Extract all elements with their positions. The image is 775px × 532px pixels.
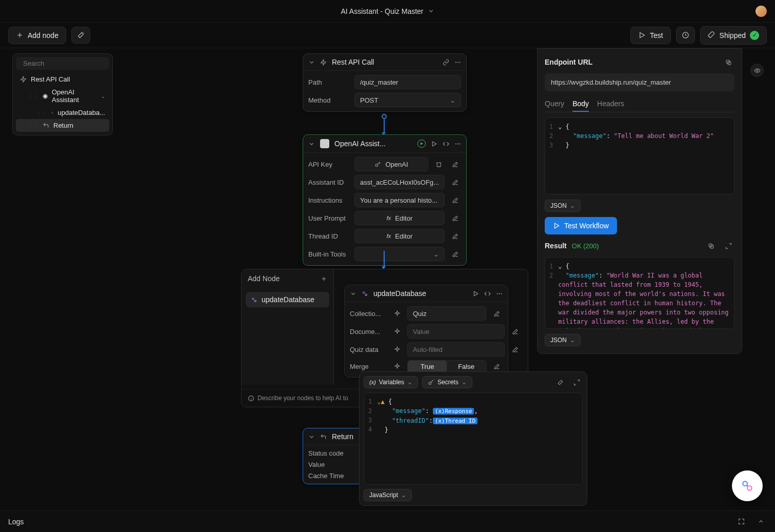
project-title-dropdown[interactable]: AI Assistant - Quiz Master — [341, 7, 434, 15]
edit-icon[interactable] — [449, 230, 461, 242]
return-icon — [43, 122, 49, 129]
history-button[interactable] — [676, 27, 695, 44]
more-icon[interactable] — [496, 290, 503, 297]
buildship-icon — [362, 290, 368, 297]
body-format-select[interactable]: JSON ⌄ — [545, 200, 581, 212]
node-rest-api[interactable]: Rest API Call Path /quiz_master Method P… — [303, 53, 467, 112]
quizdata-input[interactable] — [407, 342, 505, 357]
tree-search[interactable] — [16, 57, 109, 70]
magic-wand-button[interactable] — [71, 27, 90, 44]
more-icon[interactable] — [454, 141, 461, 147]
edit-icon[interactable] — [490, 307, 503, 320]
edit-icon[interactable] — [449, 194, 461, 206]
thread-id-editor[interactable]: fx Editor — [354, 229, 445, 243]
node-update-database[interactable]: updateDatabase Collectio... Quiz Docume.… — [344, 285, 508, 378]
copy-icon[interactable] — [722, 56, 734, 68]
rocket-icon — [708, 31, 716, 39]
tree-item-updatedb[interactable]: ⋮⋮ updateDataba... — [16, 106, 109, 119]
edit-icon[interactable] — [449, 248, 461, 260]
field-label: Built-in Tools — [308, 250, 350, 258]
grip-icon: ⋮⋮ — [36, 110, 47, 115]
edit-icon[interactable] — [490, 361, 503, 373]
edit-icon[interactable] — [509, 343, 521, 356]
svg-point-44 — [756, 69, 758, 71]
logs-label[interactable]: Logs — [8, 518, 24, 526]
merge-true[interactable]: True — [408, 361, 447, 372]
sparkle-icon[interactable] — [391, 343, 403, 356]
more-icon[interactable] — [454, 59, 461, 66]
svg-point-19 — [458, 143, 458, 144]
field-label: Value — [308, 461, 325, 468]
sparkle-icon[interactable] — [391, 307, 403, 320]
instructions-input[interactable]: You are a personal histo... — [354, 193, 445, 207]
edit-icon[interactable] — [509, 325, 521, 338]
node-openai-assistant[interactable]: OpenAI Assist... API Key OpenAI Assistan… — [303, 134, 467, 266]
code-icon[interactable] — [443, 141, 449, 147]
field-label: Assistant ID — [308, 179, 350, 186]
play-outline-icon[interactable] — [431, 141, 438, 147]
endpoint-url[interactable]: https://wvgzkd.buildship.run/quiz_master — [545, 73, 734, 91]
delete-icon[interactable] — [432, 158, 445, 170]
node-tree-panel: Rest API Call ⋮⋮ ◉ OpenAI Assistant ⌄ ⋮⋮… — [12, 53, 113, 135]
merge-false[interactable]: False — [447, 361, 486, 372]
wand-icon[interactable] — [554, 376, 566, 388]
search-input[interactable] — [23, 60, 109, 67]
tree-item-return[interactable]: ⋮⋮ Return — [16, 119, 109, 132]
copy-icon[interactable] — [705, 240, 717, 252]
expand-icon[interactable] — [722, 240, 734, 252]
play-outline-icon[interactable] — [472, 290, 479, 297]
panel-toggle-button[interactable] — [750, 64, 764, 77]
edit-icon[interactable] — [449, 176, 461, 188]
plus-icon[interactable] — [321, 275, 327, 282]
svg-point-11 — [52, 113, 53, 113]
builtin-tools-select[interactable]: ⌄ — [354, 247, 445, 261]
field-label: Status code — [308, 449, 344, 457]
edit-icon[interactable] — [449, 158, 461, 170]
variables-dropdown[interactable]: (x) Variables ⌄ — [364, 376, 418, 388]
svg-point-14 — [458, 62, 458, 62]
fullscreen-icon[interactable] — [735, 516, 747, 528]
tree-item-openai[interactable]: ⋮⋮ ◉ OpenAI Assistant ⌄ — [16, 86, 109, 106]
chevron-down-icon[interactable] — [308, 434, 315, 440]
editor-code[interactable]: ⌄▲ { "message": (x)Response, "threadID":… — [377, 397, 578, 480]
svg-point-13 — [455, 62, 456, 62]
sparkle-icon[interactable] — [391, 325, 403, 338]
collection-input[interactable]: Quiz — [407, 306, 486, 321]
tab-query[interactable]: Query — [545, 96, 564, 112]
user-prompt-editor[interactable]: fx Editor — [354, 211, 445, 225]
addnode-hint: Describe your nodes to help AI to — [257, 395, 348, 402]
add-node-button[interactable]: Add node — [8, 27, 66, 44]
endpoint-label: Endpoint URL — [545, 58, 592, 66]
request-body-editor[interactable]: ⌄ { "message": "Tell me about World War … — [558, 122, 730, 190]
node-title: OpenAI Assist... — [334, 140, 412, 148]
avatar[interactable] — [756, 6, 767, 17]
expand-icon[interactable] — [570, 376, 583, 388]
method-select[interactable]: POST ⌄ — [354, 93, 461, 107]
path-input[interactable]: /quiz_master — [354, 75, 461, 89]
tree-item-rest-api[interactable]: Rest API Call — [16, 73, 109, 86]
assistant-id-input[interactable]: asst_acECoLHoxI0sOFg... — [354, 175, 445, 189]
tab-headers[interactable]: Headers — [597, 96, 624, 112]
secrets-dropdown[interactable]: Secrets ⌄ — [422, 376, 472, 388]
chevron-down-icon[interactable] — [350, 290, 356, 297]
addnode-item-updatedb[interactable]: updateDatabase — [246, 292, 329, 307]
document-input[interactable] — [407, 324, 505, 339]
tab-body[interactable]: Body — [572, 96, 589, 112]
chevron-down-icon[interactable] — [308, 141, 315, 147]
api-key-value[interactable]: OpenAI — [354, 157, 428, 171]
language-select[interactable]: JavaScript ⌄ — [364, 489, 412, 501]
test-workflow-button[interactable]: Test Workflow — [545, 217, 617, 234]
sparkle-icon[interactable] — [391, 361, 403, 373]
help-float-button[interactable] — [732, 470, 763, 501]
connector — [384, 251, 385, 266]
svg-point-27 — [254, 300, 256, 302]
shipped-button[interactable]: Shipped ✓ — [700, 26, 767, 45]
chevron-down-icon[interactable] — [308, 59, 315, 66]
result-format-select[interactable]: JSON ⌄ — [545, 334, 581, 346]
test-button[interactable]: Test — [630, 27, 671, 44]
edit-icon[interactable] — [449, 212, 461, 224]
link-icon[interactable] — [443, 59, 449, 66]
grip-icon: ⋮⋮ — [28, 93, 38, 99]
chevron-up-icon[interactable] — [754, 516, 767, 528]
code-icon[interactable] — [484, 290, 491, 297]
